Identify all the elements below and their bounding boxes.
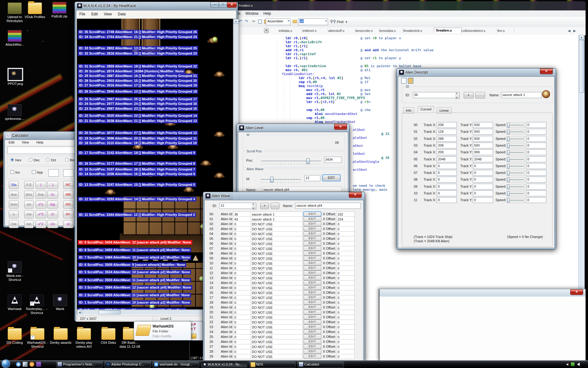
alien-name-field[interactable]: DO NOT USE: [251, 275, 303, 281]
wank-menu-view[interactable]: View: [101, 10, 115, 18]
x-offset-field[interactable]: 0: [336, 221, 355, 227]
level-event-row[interactable]: ID: 18 ScrollPos: 3110 AlienWave: 19 [] …: [78, 141, 198, 145]
desktop-icon-denby-awards[interactable]: Denby awards: [50, 328, 72, 345]
wank-menu-data[interactable]: Data: [115, 10, 129, 18]
taskbar-button-calc[interactable]: Calculator: [297, 361, 344, 368]
track-x-field[interactable]: 208: [437, 143, 457, 148]
calc-button-exp[interactable]: Exp: [36, 191, 46, 199]
tray-app-icon[interactable]: [571, 362, 575, 366]
speed-slider[interactable]: [507, 170, 525, 176]
track-y-field[interactable]: 0: [473, 197, 493, 203]
find-button[interactable]: Find: [337, 20, 343, 24]
calc-button-[interactable]: (: [36, 181, 46, 189]
row-edit-button[interactable]: EDIT: [303, 300, 321, 305]
minimize-button[interactable]: —: [210, 2, 220, 7]
speed-slider-thumb[interactable]: [507, 164, 510, 169]
x-offset-field[interactable]: 0: [336, 251, 355, 256]
level-event-row[interactable]: ID: 19 ScrollPos: 3096 AlienWave: 20 [] …: [78, 136, 198, 141]
row-edit-button[interactable]: EDIT: [303, 280, 321, 285]
calc-button-ln[interactable]: ln: [47, 191, 58, 199]
alien-name-field[interactable]: DO NOT USE: [251, 256, 303, 261]
speed-slider-thumb[interactable]: [507, 137, 510, 141]
tab-scroll-right-icon[interactable]: ▶: [573, 29, 576, 33]
alien-name-field[interactable]: DO NOT USE: [251, 266, 303, 271]
track-x-field[interactable]: 0: [437, 184, 457, 190]
alien-name-field[interactable]: DO NOT USE: [251, 270, 303, 276]
calc-menu-view[interactable]: View: [18, 140, 33, 145]
quicklaunch-app-icon[interactable]: [36, 362, 41, 367]
tab-bosscode-s[interactable]: bosscode.s: [354, 28, 379, 33]
x-offset-field[interactable]: 0: [336, 285, 355, 290]
alien-name-field[interactable]: DO NOT USE: [251, 295, 303, 300]
tab-firealien-s[interactable]: firealien.s: [434, 28, 462, 33]
level-event-row[interactable]: ID: 6 ScrollPos: 3509 AlienWave: 9 [sauc…: [78, 263, 186, 267]
track-y-field[interactable]: 2048: [473, 156, 493, 162]
tab-fire-s[interactable]: fire.s: [496, 28, 514, 33]
track-y-field[interactable]: 500: [473, 122, 493, 128]
x-offset-field[interactable]: 0: [336, 339, 355, 344]
alien-name-field[interactable]: DO NOT USE: [251, 290, 303, 295]
speed-slider[interactable]: [507, 184, 525, 190]
level-event-row[interactable]: ID: 4 ScrollPos: 3559 AlienWave: 11 [sau…: [78, 278, 191, 282]
tray-expand-icon[interactable]: ◀: [566, 362, 568, 366]
x-offset-field[interactable]: 0: [336, 329, 355, 335]
checkbox-hyp[interactable]: Hyp: [32, 170, 43, 174]
level-event-row[interactable]: ID: 23 ScrollPos: 2997 AlienWave: 23 [] …: [78, 106, 198, 111]
x-offset-field[interactable]: 0: [336, 280, 355, 286]
row-edit-button[interactable]: EDIT: [303, 324, 321, 329]
speed-slider[interactable]: [507, 122, 525, 128]
tray-volume-icon[interactable]: [577, 362, 580, 366]
taskbar-button-pn[interactable]: Programmer's Note...: [56, 361, 103, 368]
speed-value-field[interactable]: 0: [526, 177, 546, 182]
alien-name-field[interactable]: DO NOT USE: [251, 320, 303, 325]
row-edit-button[interactable]: EDIT: [303, 266, 321, 270]
level-event-row[interactable]: ID: 15 ScrollPos: 3197 AlienWave: 28 [] …: [78, 167, 196, 172]
speed-value-field[interactable]: 0: [526, 136, 546, 142]
speed-value-field[interactable]: 0: [526, 184, 546, 190]
wave-id-field[interactable]: 12: [304, 175, 320, 181]
x-offset-field[interactable]: 0: [336, 324, 355, 330]
speed-value-field[interactable]: 0: [526, 129, 546, 135]
calc-menu-edit[interactable]: Edit: [5, 140, 18, 145]
descript-id-spinner[interactable]: [455, 92, 460, 99]
alien-id-field[interactable]: 43: [233, 217, 251, 222]
panel-close-button[interactable]: ✕: [264, 28, 269, 33]
speed-slider-thumb[interactable]: [507, 191, 510, 196]
x-offset-field[interactable]: 0: [336, 334, 355, 339]
track-y-field[interactable]: 999: [473, 149, 493, 155]
calc-button-xy[interactable]: x^y: [36, 201, 46, 209]
row-edit-button[interactable]: EDIT: [303, 339, 321, 344]
tab-bossdata-s[interactable]: bossdata.s: [378, 28, 403, 33]
find-input[interactable]: ed: [298, 18, 328, 25]
x-offset-field[interactable]: 0: [336, 315, 355, 320]
alien-id-field[interactable]: 0: [233, 329, 251, 335]
alien-id-field[interactable]: 36: [233, 212, 251, 217]
pos-value-field[interactable]: 3434: [324, 157, 342, 163]
track-x-field[interactable]: 208: [437, 149, 457, 155]
alien-id-field[interactable]: 0: [233, 236, 251, 241]
radio-oct[interactable]: Oct: [46, 158, 56, 162]
level-event-row[interactable]: ID: 12 ScrollPos: 3293 AlienWave: 14 [] …: [78, 197, 196, 201]
calc-button-x2[interactable]: x^2: [36, 220, 46, 228]
alien-name-field[interactable]: DO NOT USE: [251, 344, 303, 349]
taskbar-button-ie[interactable]: warhawk-ds - Googl...: [153, 361, 199, 368]
wank-menu-edit[interactable]: Edit: [88, 10, 101, 18]
calc-button-s[interactable]: s: [9, 210, 19, 218]
alien-descript-close-button[interactable]: ✕: [540, 68, 553, 74]
alien-id-field[interactable]: 0: [233, 349, 251, 354]
alien-name-field[interactable]: DO NOT USE: [251, 221, 303, 227]
x-offset-field[interactable]: 192: [336, 212, 355, 217]
speed-slider[interactable]: [507, 163, 525, 169]
level-event-row[interactable]: ID: 9 ScrollPos: 3434 AlienWave: 12 [sau…: [78, 240, 192, 245]
alien-id-field[interactable]: 0: [233, 251, 251, 256]
desktop-icon-paledit-zip[interactable]: PalEdit.zip: [48, 2, 70, 18]
level-event-row[interactable]: ID: 29 ScrollPos: 2887 AlienWave: 16 [] …: [78, 74, 198, 78]
row-edit-button[interactable]: EDIT: [303, 241, 321, 246]
alien-name-field[interactable]: DO NOT USE: [251, 329, 303, 335]
descript-name-field[interactable]: saucer attack 1: [501, 92, 542, 98]
alien-id-field[interactable]: 0: [233, 270, 251, 276]
speed-slider-thumb[interactable]: [507, 130, 510, 134]
calc-button-ave[interactable]: Ave: [9, 191, 19, 199]
alien-id-field[interactable]: 0: [233, 231, 251, 236]
row-edit-button[interactable]: EDIT: [303, 290, 321, 295]
